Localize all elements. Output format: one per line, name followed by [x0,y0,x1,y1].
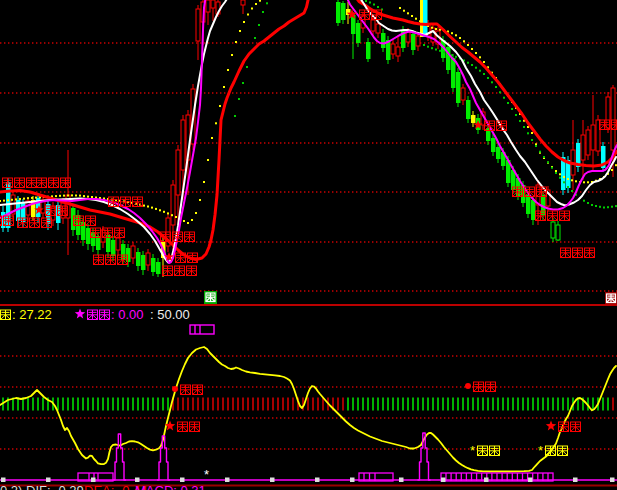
svg-text:MACD: 0.31: MACD: 0.31 [135,483,206,490]
svg-text:: 50.00: : 50.00 [150,307,190,322]
svg-text:*: * [204,467,209,482]
svg-text:: 27.22: : 27.22 [12,307,52,322]
svg-text:*: * [538,443,543,458]
svg-text:*: * [470,443,475,458]
svg-text:: 0.00: : 0.00 [111,307,144,322]
svg-text:0.2) DIF: -0.29: 0.2) DIF: -0.29 [0,483,84,490]
